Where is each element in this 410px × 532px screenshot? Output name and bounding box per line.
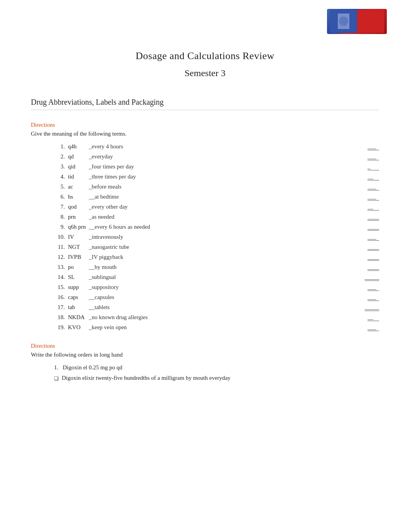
directions2-label: Directions xyxy=(31,343,379,349)
list-item: 17. tab __tablets _____ xyxy=(54,304,379,311)
item-number: 5. xyxy=(54,184,65,190)
item-meaning: _sublingual xyxy=(89,274,362,280)
item-number: 15. xyxy=(54,284,65,291)
item-meaning: __at bedtime xyxy=(89,194,364,200)
item-number: 2. xyxy=(54,153,65,160)
page-container: Dosage and Calculations Review Semester … xyxy=(0,0,410,408)
list-item: 5. ac _before meals ___ xyxy=(54,184,379,190)
list-item: 19. KVO _keep vein open ___ xyxy=(54,324,379,331)
item-number: 12. xyxy=(54,254,65,260)
item-meaning: _every 4 hours xyxy=(89,143,364,150)
list-item: 16. caps __capsules ___ xyxy=(54,294,379,301)
svg-point-4 xyxy=(339,17,348,26)
item-number: 13. xyxy=(54,264,65,270)
svg-rect-1 xyxy=(357,10,384,33)
logo-area xyxy=(325,8,387,35)
item-number: 10. xyxy=(54,234,65,240)
item-meaning: __by mouth xyxy=(89,264,364,270)
item-abbr: tab xyxy=(68,304,87,311)
item-abbr: NGT xyxy=(68,244,87,250)
directions2-section: Directions Write the following orders in… xyxy=(31,343,379,382)
longhand-item: 1. Digoxin el 0.25 mg po qd xyxy=(54,364,379,371)
section1-title: Drug Abbreviations, Labels and Packaging xyxy=(31,98,379,110)
item-answer[interactable]: ____ xyxy=(368,254,379,261)
item-meaning: _keep vein open xyxy=(89,324,364,331)
item-abbr: ac xyxy=(68,184,87,190)
item-abbr: IV xyxy=(68,234,87,240)
item-answer[interactable]: ____ xyxy=(368,214,379,221)
page-title: Dosage and Calculations Review xyxy=(31,50,379,62)
list-item: 15. supp _suppository ___ xyxy=(54,284,379,291)
item-number: 16. xyxy=(54,294,65,301)
item-answer[interactable]: _____ xyxy=(365,274,380,281)
longhand-list: 1. Digoxin el 0.25 mg po qd xyxy=(31,364,379,371)
list-item: 8. prn _as needed ____ xyxy=(54,214,379,221)
page-subtitle: Semester 3 xyxy=(31,68,379,78)
item-abbr: prn xyxy=(68,214,87,220)
list-item: 10. IV _intravenously ___ xyxy=(54,234,379,241)
list-item: 9. q6h prn __every 6 hours as needed ___… xyxy=(54,224,379,231)
item-number: 11. xyxy=(54,244,65,250)
list-item: 7. qod _every other day __ xyxy=(54,204,379,211)
item-abbr: po xyxy=(68,264,87,270)
item-meaning: _before meals xyxy=(89,184,364,190)
item-answer[interactable]: ___ xyxy=(368,294,379,301)
item-meaning: _everyday xyxy=(89,153,364,160)
item-abbr: qd xyxy=(68,153,87,160)
item-answer[interactable]: ___ xyxy=(368,194,379,201)
item-number: 9. xyxy=(54,224,65,230)
list-item: 3. qid _four times per day _ xyxy=(54,163,379,170)
list-item: 12. IVPB _IV piggyback ____ xyxy=(54,254,379,261)
item-number: 17. xyxy=(54,304,65,311)
item-number: 18. xyxy=(54,314,65,321)
item-abbr: tid xyxy=(68,173,87,180)
item-answer[interactable]: __ xyxy=(368,173,379,180)
bullets-container: ❑ Digoxin elixir twenty-five hundredths … xyxy=(31,375,379,382)
list-item: 18. NKDA _no known drug allergies __ xyxy=(54,314,379,321)
item-number: 19. xyxy=(54,324,65,331)
item-answer[interactable]: ____ xyxy=(368,264,379,271)
logo-image xyxy=(327,9,387,34)
list-item: 4. tid _three times per day __ xyxy=(54,173,379,180)
item-answer[interactable]: ___ xyxy=(368,324,379,331)
list-item: 2. qd _everyday ___ xyxy=(54,153,379,160)
item-abbr: IVPB xyxy=(68,254,87,260)
item-answer[interactable]: ___ xyxy=(368,143,379,150)
bullet-text: Digoxin elixir twenty-five hundredths of… xyxy=(62,375,230,382)
item-meaning: _IV piggyback xyxy=(89,254,364,260)
item-answer[interactable]: __ xyxy=(368,204,379,211)
item-answer[interactable]: _ xyxy=(368,163,379,170)
item-answer[interactable]: ___ xyxy=(368,234,379,241)
item-answer[interactable]: __ xyxy=(368,314,379,321)
item-meaning: __capsules xyxy=(89,294,364,301)
directions1-label: Directions xyxy=(31,122,379,128)
item-meaning: _suppository xyxy=(89,284,364,291)
bullet-symbol: ❑ xyxy=(54,376,59,382)
item-number: 7. xyxy=(54,204,65,210)
item-number: 8. xyxy=(54,214,65,220)
item-meaning: _every other day xyxy=(89,204,364,210)
item-number: 1. xyxy=(54,143,65,150)
item-abbr: qod xyxy=(68,204,87,210)
directions1-text: Give the meaning of the following terms. xyxy=(31,131,379,137)
item-number: 4. xyxy=(54,173,65,180)
list-item: 1. q4h _every 4 hours ___ xyxy=(54,143,379,150)
directions2-text: Write the following orders in long hand xyxy=(31,352,379,358)
item-answer[interactable]: ___ xyxy=(368,153,379,160)
item-answer[interactable]: ____ xyxy=(368,244,379,251)
item-meaning: _nasogastric tube xyxy=(89,244,364,250)
item-answer[interactable]: ___ xyxy=(368,284,379,291)
list-item: 11. NGT _nasogastric tube ____ xyxy=(54,244,379,251)
item-abbr: q4h xyxy=(68,143,87,150)
item-answer[interactable]: ____ xyxy=(368,224,379,231)
item-meaning: _no known drug allergies xyxy=(89,314,364,321)
item-meaning: _intravenously xyxy=(89,234,364,240)
item-meaning: __tablets xyxy=(89,304,362,311)
item-answer[interactable]: ___ xyxy=(368,184,379,190)
item-abbr: SL xyxy=(68,274,87,280)
item-abbr: NKDA xyxy=(68,314,87,321)
item-abbr: q6h prn xyxy=(68,224,87,230)
item-answer[interactable]: _____ xyxy=(365,304,380,311)
list-item: 6. hs __at bedtime ___ xyxy=(54,194,379,201)
item-abbr: caps xyxy=(68,294,87,301)
